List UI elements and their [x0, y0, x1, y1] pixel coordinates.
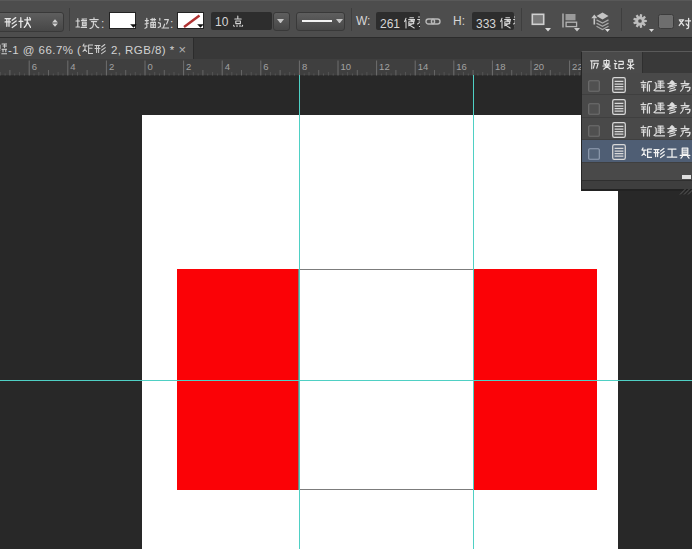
- svg-text:4: 4: [225, 61, 230, 72]
- svg-text:6: 6: [32, 61, 37, 72]
- svg-text:14: 14: [418, 61, 429, 72]
- svg-text:2: 2: [186, 61, 191, 72]
- svg-text:10: 10: [341, 61, 352, 72]
- svg-text:8: 8: [302, 61, 307, 72]
- svg-text:0: 0: [148, 61, 153, 72]
- svg-text:2: 2: [109, 61, 114, 72]
- svg-text:16: 16: [456, 61, 467, 72]
- svg-text:12: 12: [379, 61, 390, 72]
- svg-text:6: 6: [263, 61, 268, 72]
- svg-text:18: 18: [495, 61, 506, 72]
- svg-text:20: 20: [534, 61, 545, 72]
- svg-text:4: 4: [70, 61, 75, 72]
